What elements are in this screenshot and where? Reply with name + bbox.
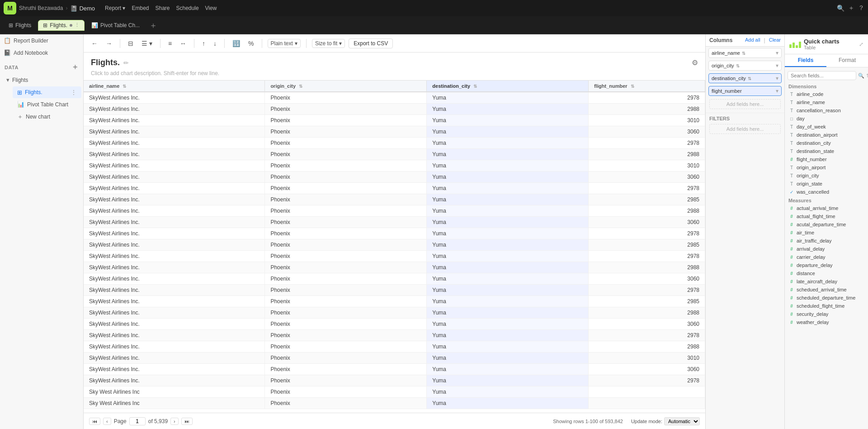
cell-flight: 2988 bbox=[589, 205, 705, 217]
menu-share[interactable]: Share bbox=[152, 4, 172, 12]
forward-button[interactable]: → bbox=[104, 38, 114, 48]
plus-icon[interactable]: ＋ bbox=[848, 4, 854, 12]
field-airline-code[interactable]: T airline_code bbox=[785, 90, 868, 98]
field-weather-delay[interactable]: # weather_delay bbox=[785, 318, 868, 326]
move-up-button[interactable]: ↑ bbox=[200, 38, 208, 48]
move-down-button[interactable]: ↓ bbox=[211, 38, 219, 48]
plain-text-select[interactable]: Plain text ▾ bbox=[268, 39, 301, 48]
clear-link[interactable]: Clear bbox=[769, 37, 781, 43]
rp-tabs: Fields Format bbox=[785, 54, 868, 67]
th-airline-name[interactable]: airline_name ⇅ bbox=[84, 81, 265, 92]
tab-flights-1[interactable]: ⊞ Flights bbox=[4, 20, 36, 31]
prev-page-button[interactable]: ‹ bbox=[103, 418, 111, 425]
sidebar-item-new-chart[interactable]: ＋ New chart bbox=[13, 110, 81, 123]
cell-flight: 2985 bbox=[589, 239, 705, 251]
add-all-link[interactable]: Add all bbox=[745, 37, 760, 43]
sidebar-item-flights-active[interactable]: ⊞ Flights. ⋮ bbox=[13, 86, 81, 98]
tab-add-button[interactable]: ＋ bbox=[146, 20, 160, 31]
field-security-delay[interactable]: # security_delay bbox=[785, 310, 868, 318]
search-icon[interactable]: 🔍 bbox=[837, 5, 844, 12]
quick-charts-icon bbox=[789, 41, 801, 48]
menu-schedule[interactable]: Schedule bbox=[174, 4, 202, 12]
field-scheduled-flight[interactable]: # scheduled_flight_time bbox=[785, 302, 868, 310]
size-to-fit-select[interactable]: Size to fit ▾ bbox=[312, 39, 345, 48]
remove-destination-icon[interactable]: ▾ bbox=[776, 75, 778, 81]
add-notebook[interactable]: 📓 Add Notebook bbox=[0, 47, 83, 59]
column-chip-origin[interactable]: origin_city ⇅ ▾ bbox=[708, 61, 782, 71]
field-actual-arrival[interactable]: # actual_arrival_time bbox=[785, 204, 868, 212]
export-csv-button[interactable]: Export to CSV bbox=[349, 38, 393, 48]
field-air-time[interactable]: # air_time bbox=[785, 229, 868, 237]
chart-description[interactable]: Click to add chart description. Shift-en… bbox=[84, 69, 705, 80]
view-button[interactable]: ☰ ▾ bbox=[139, 38, 155, 48]
cell-origin: Phoenix bbox=[265, 115, 427, 126]
last-page-button[interactable]: ⏭ bbox=[181, 418, 193, 425]
tab-fields[interactable]: Fields bbox=[785, 54, 826, 67]
add-fields-placeholder[interactable]: Add fields here... bbox=[709, 99, 781, 109]
field-actual-flight[interactable]: # actual_flight_time bbox=[785, 212, 868, 220]
page-input[interactable] bbox=[129, 417, 146, 425]
field-acutal-departure[interactable]: # acutal_departure_time bbox=[785, 220, 868, 229]
menu-embed[interactable]: Embed bbox=[129, 4, 151, 12]
th-origin-city[interactable]: origin_city ⇅ bbox=[265, 81, 427, 92]
filter-button[interactable]: ⊟ bbox=[126, 38, 136, 48]
sidebar-item-flights-parent[interactable]: ▾ Flights bbox=[2, 74, 81, 86]
field-destination-airport[interactable]: T destination_airport bbox=[785, 131, 868, 139]
column-chip-flight[interactable]: flight_number ▾ bbox=[708, 86, 782, 96]
filters-placeholder[interactable]: Add fields here... bbox=[709, 124, 781, 134]
update-mode-select[interactable]: Automatic Manual bbox=[664, 417, 700, 425]
t-icon-11: T bbox=[788, 181, 795, 186]
th-destination-city[interactable]: destination_city ⇅ bbox=[427, 81, 589, 92]
field-late-aircraft[interactable]: # late_aircraft_delay bbox=[785, 277, 868, 286]
add-data-button[interactable]: ＋ bbox=[71, 62, 79, 72]
column-chip-destination[interactable]: destination_city ⇅ ▾ bbox=[708, 73, 782, 83]
search-fields-input[interactable] bbox=[788, 71, 856, 80]
percent-button[interactable]: % bbox=[246, 38, 256, 48]
menu-view[interactable]: View bbox=[203, 4, 220, 12]
format-button[interactable]: 🔢 bbox=[230, 38, 242, 48]
next-page-button[interactable]: › bbox=[170, 418, 179, 425]
field-departure-delay[interactable]: # departure_delay bbox=[785, 261, 868, 269]
align-button[interactable]: ≡ bbox=[166, 38, 174, 48]
first-page-button[interactable]: ⏮ bbox=[89, 418, 100, 425]
field-was-cancelled[interactable]: ✓ was_cancelled bbox=[785, 188, 868, 196]
report-builder[interactable]: 📋 Report Builder bbox=[0, 34, 83, 47]
tab-format[interactable]: Format bbox=[826, 54, 868, 67]
column-chip-airline[interactable]: airline_name ⇅ ▾ bbox=[708, 48, 782, 58]
remove-flight-icon[interactable]: ▾ bbox=[776, 88, 778, 94]
settings-icon[interactable]: ⚙ bbox=[692, 58, 698, 67]
field-distance[interactable]: # distance bbox=[785, 269, 868, 277]
more-icon[interactable]: ⋮ bbox=[71, 89, 77, 96]
field-origin-airport[interactable]: T origin_airport bbox=[785, 163, 868, 172]
tab-options[interactable]: ⋮ bbox=[75, 22, 80, 28]
menu-report[interactable]: Report ▾ bbox=[102, 4, 128, 12]
table-icon: ⊞ bbox=[17, 89, 22, 96]
sort-icon[interactable]: ⇅ bbox=[866, 73, 868, 79]
field-airline-name[interactable]: T airline_name bbox=[785, 98, 868, 106]
field-destination-state[interactable]: T destination_state bbox=[785, 147, 868, 155]
field-flight-number[interactable]: # flight_number bbox=[785, 155, 868, 163]
remove-origin-icon[interactable]: ▾ bbox=[776, 62, 778, 69]
th-flight-number[interactable]: flight_number ⇅ bbox=[589, 81, 705, 92]
tab-pivot[interactable]: 📊 Pivot Table Ch... bbox=[86, 20, 145, 31]
field-cancellation-reason[interactable]: T cancellation_reason bbox=[785, 106, 868, 114]
field-origin-city[interactable]: T origin_city bbox=[785, 172, 868, 180]
tab-flights-active[interactable]: ⊞ Flights. ⋮ bbox=[38, 20, 85, 31]
cell-airline: Sky West Airlines Inc bbox=[84, 386, 265, 398]
field-day-of-week[interactable]: T day_of_week bbox=[785, 123, 868, 131]
col-width-button[interactable]: ↔ bbox=[178, 38, 189, 48]
field-destination-city[interactable]: T destination_city bbox=[785, 139, 868, 147]
remove-airline-icon[interactable]: ▾ bbox=[776, 50, 778, 56]
field-air-traffic[interactable]: # air_traffic_delay bbox=[785, 237, 868, 245]
field-scheduled-departure[interactable]: # scheduled_departure_time bbox=[785, 294, 868, 302]
sidebar-item-pivot[interactable]: 📊 Pivot Table Chart bbox=[13, 99, 81, 110]
help-icon[interactable]: ？ bbox=[858, 4, 864, 12]
field-arrival-delay[interactable]: # arrival_delay bbox=[785, 245, 868, 253]
field-day[interactable]: □ day bbox=[785, 114, 868, 123]
edit-icon[interactable]: ✏ bbox=[123, 59, 129, 67]
field-carrier-delay[interactable]: # carrier_delay bbox=[785, 253, 868, 261]
field-schedued-arrival[interactable]: # schedued_arrival_time bbox=[785, 286, 868, 294]
expand-icon[interactable]: ⤢ bbox=[859, 41, 863, 48]
field-origin-state[interactable]: T origin_state bbox=[785, 180, 868, 188]
back-button[interactable]: ← bbox=[89, 38, 100, 48]
